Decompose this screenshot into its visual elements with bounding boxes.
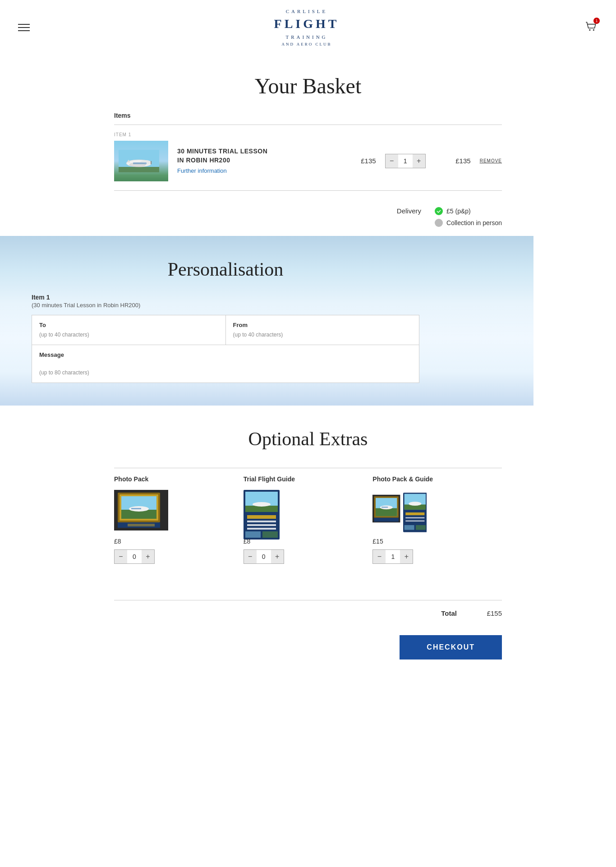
logo-line4: AND AERO CLUB [274,42,340,47]
svg-rect-44 [405,512,424,515]
extra-trial-guide-image [244,490,298,530]
personalisation-section: Personalisation Item 1 (30 minutes Trial… [0,236,533,406]
photo-pack-graphic [114,490,168,530]
svg-point-42 [409,502,421,506]
svg-rect-22 [245,506,278,512]
to-field: To (up to 40 characters) [32,315,226,345]
extra-photo-pack: Photo Pack [114,468,244,577]
delivery-section: Delivery £5 (p&p) Collection in person [114,198,502,236]
combo-decrease[interactable]: − [373,550,386,563]
message-field: Message (up to 80 characters) [32,345,419,383]
checkout-button[interactable]: CHECKOUT [400,635,502,659]
item-image [114,141,168,181]
delivery-divider [114,190,502,191]
trial-guide-graphic [244,490,280,540]
svg-rect-19 [128,524,155,526]
header: CARLISLE FLIGHT TRAINING AND AERO CLUB 1 [0,0,616,55]
total-amount: £155 [475,609,502,617]
plane-graphic [119,150,159,172]
svg-rect-25 [247,515,276,519]
quantity-increase-button[interactable]: + [413,154,425,168]
from-field-hint: (up to 40 characters) [233,332,283,338]
svg-point-23 [253,502,271,507]
combo-qty-value: 1 [386,553,400,560]
message-field-hint: (up to 80 characters) [39,369,89,376]
combo-qty: − 1 + [372,549,413,564]
trial-guide-decrease[interactable]: − [244,550,257,563]
svg-rect-38 [374,517,399,521]
items-label: Items [114,112,502,125]
photo-pack-qty: − 0 + [114,549,155,564]
to-field-hint: (up to 40 characters) [39,332,89,338]
delivery-paid-label: £5 (p&p) [446,208,471,215]
combo-increase[interactable]: + [400,550,413,563]
remove-item-button[interactable]: REMOVE [480,158,502,163]
cart-button[interactable]: 1 [584,19,598,36]
svg-rect-9 [133,162,147,164]
svg-rect-26 [247,521,276,522]
basket-item: 30 MINUTES TRIAL LESSONIN ROBIN HR200 Fu… [114,141,502,190]
total-section: Total £155 [114,600,502,626]
extra-photo-pack-image [114,490,168,530]
quantity-decrease-button[interactable]: − [386,154,398,168]
svg-rect-17 [131,508,141,509]
items-section: Items ITEM 1 [114,112,502,190]
trial-guide-qty: − 0 + [244,549,284,564]
trial-guide-qty-value: 0 [257,553,271,560]
svg-rect-47 [404,525,414,530]
hamburger-menu[interactable] [18,24,30,31]
svg-rect-3 [119,167,159,172]
item-details: 30 MINUTES TRIAL LESSONIN ROBIN HR200 Fu… [177,147,331,175]
quantity-value: 1 [398,157,413,165]
extra-trial-guide-name: Trial Flight Guide [244,475,364,483]
svg-rect-27 [247,524,276,526]
extra-combo-price: £15 [372,538,502,545]
item-total-price: £135 [435,157,471,165]
item-name: 30 MINUTES TRIAL LESSONIN ROBIN HR200 [177,147,331,165]
extra-combo: Photo Pack & Guide [372,468,502,577]
extras-grid: Photo Pack [114,468,502,577]
items-divider [114,125,502,125]
svg-rect-45 [405,517,424,518]
personalisation-to-from-row: To (up to 40 characters) From (up to 40 … [32,315,419,345]
message-field-label: Message [39,351,412,358]
main-content: Items ITEM 1 [105,112,511,236]
svg-rect-28 [247,528,276,530]
delivery-option-collection[interactable]: Collection in person [435,219,502,227]
photo-pack-increase[interactable]: + [142,550,154,563]
photo-pack-qty-value: 0 [127,553,142,560]
delivery-radio-unchecked [435,219,443,227]
to-field-label: To [39,322,218,328]
item-further-info-link[interactable]: Further information [177,167,227,174]
delivery-label: Delivery [397,207,421,215]
item-number: ITEM 1 [114,132,502,137]
delivery-collection-label: Collection in person [446,219,502,226]
delivery-option-paid[interactable]: £5 (p&p) [435,207,502,215]
delivery-radio-checked [435,207,443,215]
from-field-label: From [233,322,412,328]
trial-guide-increase[interactable]: + [271,550,284,563]
page-title: Your Basket [0,55,616,112]
extra-photo-pack-name: Photo Pack [114,475,234,483]
checkout-row: CHECKOUT [114,626,502,687]
logo-line2: FLIGHT [274,15,340,32]
photo-pack-decrease[interactable]: − [115,550,127,563]
item-unit-price: £135 [340,157,376,165]
logo-line1: CARLISLE [274,8,340,15]
logo[interactable]: CARLISLE FLIGHT TRAINING AND AERO CLUB [274,8,340,47]
svg-rect-37 [382,507,388,508]
extra-combo-name: Photo Pack & Guide [372,475,502,483]
combo-guide-graphic [403,490,427,535]
logo-line3: TRAINING [274,34,340,41]
svg-rect-46 [405,520,424,521]
delivery-options: £5 (p&p) Collection in person [435,207,502,227]
personalisation-inner: Item 1 (30 minutes Trial Lesson in Robin… [32,294,419,383]
extra-combo-image [372,490,427,530]
from-field: From (up to 40 characters) [226,315,420,345]
extras-content: Optional Extras Photo Pack [105,406,511,687]
optional-extras-section: Optional Extras Photo Pack [114,406,502,600]
personalisation-item-label: Item 1 [32,294,419,301]
svg-point-0 [589,29,590,31]
personalisation-item-sub: (30 minutes Trial Lesson in Robin HR200) [32,302,419,309]
extra-trial-guide: Trial Flight Guide [244,468,373,577]
